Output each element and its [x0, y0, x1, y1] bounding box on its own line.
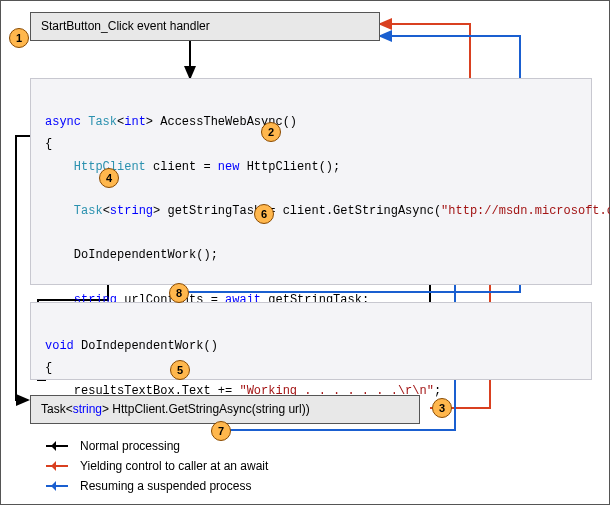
- brace-open2: {: [45, 361, 52, 375]
- text-task-post: > HttpClient.GetStringAsync(string url)): [102, 402, 310, 416]
- arrow-icon: [46, 480, 74, 492]
- kw-string: string: [110, 204, 153, 218]
- kw-int: int: [124, 115, 146, 129]
- step-badge-1: 1: [9, 28, 29, 48]
- legend-label-yield: Yielding control to caller at an await: [80, 457, 268, 475]
- step-badge-8: 8: [169, 283, 189, 303]
- text-client-ctor: HttpClient();: [239, 160, 340, 174]
- method-indep-name: DoIndependentWork(): [74, 339, 218, 353]
- type-task: Task: [88, 115, 117, 129]
- string-url: "http://msdn.microsoft.com": [441, 204, 610, 218]
- legend-label-resume: Resuming a suspended process: [80, 477, 251, 495]
- legend-label-normal: Normal processing: [80, 437, 180, 455]
- kw-string3: string: [73, 402, 102, 416]
- brace-open: {: [45, 137, 52, 151]
- kw-void: void: [45, 339, 74, 353]
- step-badge-2: 2: [261, 122, 281, 142]
- legend-row-yield: Yielding control to caller at an await: [46, 457, 268, 475]
- text-task-pre: Task<: [41, 402, 73, 416]
- caller-box: StartButton_Click event handler: [30, 12, 380, 41]
- step-badge-3: 3: [432, 398, 452, 418]
- arrow-icon: [46, 440, 74, 452]
- getstringasync-box: Task<string> HttpClient.GetStringAsync(s…: [30, 395, 420, 424]
- text-call-indep: DoIndependentWork();: [74, 248, 218, 262]
- kw-new: new: [218, 160, 240, 174]
- legend-row-resume: Resuming a suspended process: [46, 477, 268, 495]
- arrow-icon: [46, 460, 74, 472]
- do-independent-work-code: void DoIndependentWork() { resultsTextBo…: [30, 302, 592, 380]
- text-getstring-decl: getStringTask = client.GetStringAsync(: [160, 204, 441, 218]
- kw-async: async: [45, 115, 81, 129]
- caller-label: StartButton_Click event handler: [41, 19, 210, 33]
- text-results-end: ;: [434, 384, 441, 398]
- type-task2: Task: [74, 204, 103, 218]
- legend: Normal processing Yielding control to ca…: [46, 437, 268, 497]
- text-client-decl: client =: [146, 160, 218, 174]
- step-badge-6: 6: [254, 204, 274, 224]
- legend-row-normal: Normal processing: [46, 437, 268, 455]
- step-badge-7: 7: [211, 421, 231, 441]
- step-badge-5: 5: [170, 360, 190, 380]
- step-badge-4: 4: [99, 168, 119, 188]
